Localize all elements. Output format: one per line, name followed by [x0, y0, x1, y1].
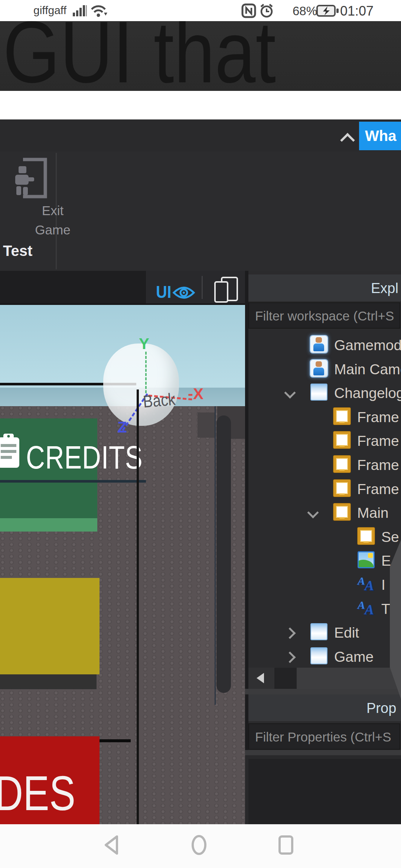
studio-top-bar: [0, 119, 401, 152]
viewport-toolbar-border: [0, 303, 245, 305]
3d-viewport[interactable]: Y -X Z Back CREDITS DES UI: [0, 271, 245, 824]
recents-button[interactable]: [278, 835, 294, 856]
tree-item-main[interactable]: Main: [245, 503, 401, 527]
tree-item-i[interactable]: I: [245, 575, 401, 599]
properties-filter-box: [248, 723, 400, 750]
tree-item-label: T: [381, 601, 390, 617]
whats-new-label: Wha: [365, 128, 396, 144]
textlabel-icon: [358, 599, 375, 617]
eye-icon[interactable]: [172, 285, 195, 301]
expander-down-icon[interactable]: [307, 507, 319, 518]
ui-toggle-label[interactable]: UI: [156, 282, 171, 302]
yellow-button[interactable]: [0, 578, 100, 674]
properties-gap: [245, 750, 401, 755]
tree-item-main-came[interactable]: Main Came: [245, 360, 401, 384]
tree-item-se[interactable]: Se: [245, 527, 401, 551]
battery-charging-icon: [316, 4, 339, 17]
ribbon-tab-test[interactable]: Test: [3, 243, 32, 259]
tree-item-label: Frame: [357, 481, 399, 497]
axis-x-label: -X: [188, 385, 203, 403]
home-button[interactable]: [191, 835, 207, 855]
viewport-toolbar-left: [0, 271, 146, 305]
exit-game-label-line1: Exit: [28, 203, 77, 218]
localscript-icon: [310, 360, 327, 377]
tree-item-e[interactable]: E: [245, 551, 401, 575]
exit-game-button[interactable]: Exit Game: [4, 157, 53, 242]
distant-part: [198, 412, 215, 438]
properties-header[interactable]: Prop: [248, 694, 401, 721]
gui-edge-vline: [215, 406, 216, 705]
tree-item-gamemod[interactable]: Gamemod: [245, 336, 401, 359]
game-gui-scrollbar[interactable]: [216, 415, 231, 693]
frame-icon: [333, 480, 351, 497]
tree-item-t[interactable]: T: [245, 599, 401, 623]
tree-item-label: Changelog: [334, 385, 401, 401]
tree-item-frame[interactable]: Frame: [245, 480, 401, 503]
tree-item-label: Game: [334, 649, 374, 665]
exit-game-icon: [10, 157, 48, 200]
alarm-icon: [259, 3, 274, 18]
frame-icon: [333, 503, 351, 520]
codes-label: DES: [0, 765, 75, 821]
clipboard-icon: [0, 433, 20, 468]
explorer-panel: Expl GamemodMain CameChangelogFrameFrame…: [245, 271, 401, 824]
wifi-icon: [91, 4, 108, 18]
scrollbar-thumb[interactable]: [297, 668, 401, 689]
explorer-header[interactable]: Expl: [248, 274, 401, 301]
selected-part[interactable]: [103, 343, 179, 426]
screengui-icon: [310, 384, 327, 401]
tree-item-label: Main: [357, 505, 389, 521]
clock-label: 01:07: [340, 3, 374, 19]
tree-item-label: Edit: [334, 625, 359, 641]
yellow-button-shadow: [0, 674, 97, 689]
tree-item-frame[interactable]: Frame: [245, 408, 401, 431]
properties-filter-input[interactable]: [249, 724, 401, 750]
panel-splitter[interactable]: [245, 689, 401, 694]
night-mode-icon: [277, 3, 291, 18]
expander-down-icon[interactable]: [284, 387, 296, 398]
tree-item-label: Main Came: [334, 361, 401, 378]
tree-item-label: Frame: [357, 433, 399, 449]
expander-right-icon[interactable]: [284, 651, 296, 663]
frame-icon: [333, 408, 351, 425]
properties-empty-area: [248, 759, 401, 824]
credits-label: CREDITS: [26, 438, 143, 476]
status-bar: giffgaff 68% 01:07: [0, 0, 401, 21]
codes-button[interactable]: DES: [0, 736, 100, 824]
android-nav-bar: [0, 824, 401, 868]
tree-item-frame[interactable]: Frame: [245, 456, 401, 479]
tree-item-changelog[interactable]: Changelog: [245, 384, 401, 407]
part-face-label: Back: [142, 389, 176, 411]
axis-y-label: Y: [139, 335, 149, 353]
explorer-filter-input[interactable]: [249, 303, 401, 329]
screengui-icon: [310, 623, 327, 640]
explorer-title: Expl: [371, 280, 398, 296]
gui-edge-long-vline: [137, 389, 139, 824]
back-button[interactable]: [103, 835, 120, 855]
gizmo-y-axis: [145, 352, 147, 393]
gui-divider-line: [0, 480, 146, 483]
tree-item-frame[interactable]: Frame: [245, 431, 401, 455]
localscript-icon: [310, 336, 327, 353]
tree-item-edit[interactable]: Edit: [245, 623, 401, 647]
frame-icon: [358, 527, 375, 545]
explorer-tree: GamemodMain CameChangelogFrameFrameFrame…: [245, 336, 401, 668]
scrollbar-track[interactable]: [274, 668, 297, 689]
tree-item-label: Se: [381, 529, 399, 545]
battery-percent-label: 68%: [293, 4, 317, 18]
screengui-icon: [310, 647, 327, 664]
explorer-hscrollbar[interactable]: [248, 668, 401, 689]
video-title-banner: GUI that: [0, 21, 401, 91]
properties-body: [245, 755, 401, 824]
signal-bars-icon: [73, 4, 87, 17]
carrier-label: giffgaff: [33, 4, 66, 17]
expander-right-icon[interactable]: [284, 627, 296, 639]
tree-item-label: Gamemod: [334, 337, 401, 354]
studio-ribbon: Exit Game Test: [0, 151, 401, 271]
tree-item-label: I: [381, 577, 385, 593]
scroll-left-button[interactable]: [248, 668, 274, 689]
video-title-text: GUI that: [3, 21, 276, 91]
imagelabel-icon: [358, 551, 375, 568]
whats-new-button[interactable]: Wha: [359, 122, 401, 150]
frame-icon: [333, 456, 351, 473]
